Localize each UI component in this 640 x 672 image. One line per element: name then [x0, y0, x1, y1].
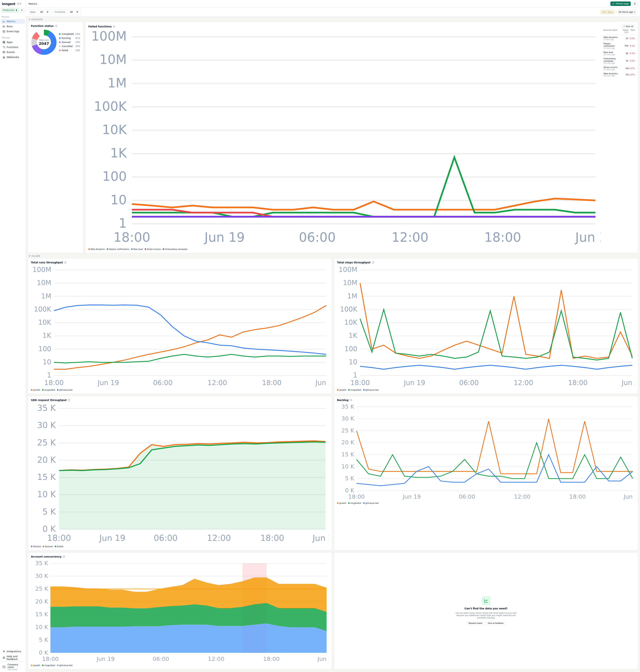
svg-text:Jun 19: Jun 19	[99, 533, 125, 543]
nav-event-logs[interactable]: Event logs	[1, 29, 25, 34]
nav-webhooks[interactable]: Webhooks	[1, 55, 25, 59]
svg-text:25 K: 25 K	[35, 585, 48, 592]
legend: growthinngestbotgithub-pr-bot	[31, 664, 329, 667]
cta-card: Can't find the data you need? Let our te…	[334, 552, 638, 669]
nav-functions[interactable]: Functions	[1, 45, 25, 49]
donut-center-value: 2047	[39, 41, 49, 46]
svg-text:18:00: 18:00	[568, 378, 587, 387]
total-runs-throughput-card: Total runs throughput 100M10M1M100K10K1K…	[28, 258, 332, 394]
svg-text:10K: 10K	[102, 122, 127, 137]
svg-text:100K: 100K	[340, 305, 358, 313]
legend: growthinngestbotgithub-pr-bot	[337, 502, 635, 504]
svg-text:10K: 10K	[38, 318, 52, 326]
nav-events[interactable]: Events	[1, 50, 25, 55]
table-row[interactable]: Onboarding campaign22 mins ago100.5%	[603, 57, 635, 65]
filter-functions[interactable]: Functions All▼	[53, 9, 81, 15]
nav-label-integrations: Integrations	[7, 650, 21, 653]
filter-settings-button[interactable]	[19, 8, 24, 12]
nav-help[interactable]: Help and feedback	[1, 654, 25, 661]
svg-text:10K: 10K	[344, 318, 358, 326]
help-icon[interactable]	[372, 261, 374, 264]
logo: inngest	[2, 2, 15, 6]
svg-text:1K: 1K	[349, 331, 358, 340]
nav-section-manage: Manage	[0, 34, 26, 40]
svg-text:Jun 19: Jun 19	[96, 655, 115, 662]
page-title: Metrics	[29, 2, 37, 5]
svg-point-27	[635, 3, 635, 4]
svg-text:10: 10	[349, 358, 358, 366]
table-row[interactable]: Stripe invoice25 mins ago600.07%	[603, 65, 635, 71]
function-status-legend: Completed24%Running47%Queued15%Cancelled…	[59, 32, 80, 53]
concurrency-chart: 35 K30 K25 K20 K15 K10 K5 K0 K18:00Jun 1…	[31, 560, 329, 663]
request-charts-button[interactable]: Request charts	[466, 621, 484, 625]
function-status-donut: Total runs 2047	[31, 29, 57, 55]
nav-runs[interactable]: Runs	[1, 24, 25, 29]
nav-label-metrics: Metrics	[7, 20, 15, 23]
total-steps-throughput-card: Total steps throughput 100M10M1M100K10K1…	[334, 258, 638, 394]
view-all-button[interactable]: View all	[621, 25, 635, 28]
nav-label-apps: Apps	[7, 41, 13, 44]
card-title-text: Failed functions	[88, 25, 112, 28]
svg-text:10: 10	[43, 358, 51, 366]
help-icon[interactable]	[113, 25, 115, 28]
svg-text:15 K: 15 K	[37, 472, 56, 482]
table-row[interactable]: Web Analytics5 mins ago100.5%	[603, 35, 635, 42]
user-name: User name	[8, 669, 24, 671]
section-overview[interactable]: ▼ OVERVIEW	[28, 17, 638, 22]
filter-apps[interactable]: Apps All▼	[29, 9, 52, 15]
settings-button[interactable]	[632, 1, 637, 6]
table-row[interactable]: New lead20 mins ago400.3%	[603, 50, 635, 57]
section-volume[interactable]: ▼ VOLUME	[28, 253, 638, 258]
svg-text:18:00: 18:00	[484, 230, 521, 245]
account-switcher[interactable]: CN Company name User name	[0, 662, 26, 672]
give-feedback-button[interactable]: Give us feedback	[486, 621, 506, 625]
failed-functions-legend: Web AnalyticsDeploy notificationsNew lea…	[88, 248, 600, 251]
nav-label-functions: Functions	[7, 46, 18, 48]
chevron-down-icon: ▼	[634, 11, 635, 13]
backlog-chart: 35 K30 K25 K20 K15 K10 K5 K0 K18:00Jun 1…	[337, 403, 635, 501]
help-icon[interactable]	[64, 261, 67, 264]
table-row[interactable]: Web Analytics35 mins ago501.67%	[603, 71, 635, 78]
nav-apps[interactable]: Apps	[1, 40, 25, 44]
svg-text:15 K: 15 K	[341, 451, 354, 458]
environment-select[interactable]: Production ▲▼	[1, 8, 18, 12]
flow-icon	[3, 46, 5, 48]
nav-metrics[interactable]: Metrics	[1, 19, 25, 24]
svg-rect-12	[3, 31, 5, 32]
terminal-icon	[3, 30, 5, 33]
legend: growthinngestbotgithub-pr-bot	[31, 389, 329, 391]
svg-text:0 K: 0 K	[39, 649, 48, 656]
svg-text:10M: 10M	[343, 279, 358, 287]
total-steps-chart: 100M10M1M100K10K1K10010118:00Jun 1906:00…	[337, 266, 635, 388]
chart-line-icon	[3, 20, 5, 23]
refresh-button[interactable]: Refresh page	[610, 1, 631, 6]
svg-text:12:00: 12:00	[207, 533, 231, 543]
time-range-select[interactable]: 24 hours ago ▼	[616, 10, 637, 14]
svg-text:10M: 10M	[99, 52, 127, 67]
svg-text:18:00: 18:00	[47, 533, 71, 543]
help-icon[interactable]	[350, 399, 352, 401]
svg-text:18:00: 18:00	[350, 378, 370, 387]
nav-label-help: Help and feedback	[7, 655, 23, 660]
svg-text:06:00: 06:00	[459, 378, 479, 387]
command-palette-shortcut[interactable]: ⌘ K	[16, 2, 22, 5]
svg-text:0 K: 0 K	[345, 487, 354, 494]
help-icon[interactable]	[55, 25, 57, 27]
help-icon[interactable]	[68, 399, 70, 401]
cta-heading: Can't find the data you need?	[464, 607, 508, 610]
svg-text:35 K: 35 K	[341, 403, 354, 410]
svg-rect-17	[4, 42, 5, 43]
svg-text:06:00: 06:00	[299, 230, 336, 245]
filter-bar: Apps All▼ Functions All▼ 15m delay 24 ho…	[26, 8, 640, 17]
webhook-icon	[3, 56, 5, 59]
table-row[interactable]: Deploy notification10 mins ago7000.1%	[603, 42, 635, 50]
svg-text:0 K: 0 K	[42, 524, 56, 534]
nav-integrations[interactable]: Integrations	[1, 649, 25, 654]
avatar: CN	[2, 665, 6, 669]
svg-text:5 K: 5 K	[39, 636, 48, 643]
account-concurrency-card: Account concurrency 35 K30 K25 K20 K15 K…	[28, 552, 332, 669]
environment-value: Production	[3, 9, 15, 12]
help-icon[interactable]	[62, 555, 65, 558]
svg-text:12:00: 12:00	[514, 493, 530, 500]
svg-text:Jun 19: Jun 19	[403, 493, 421, 500]
